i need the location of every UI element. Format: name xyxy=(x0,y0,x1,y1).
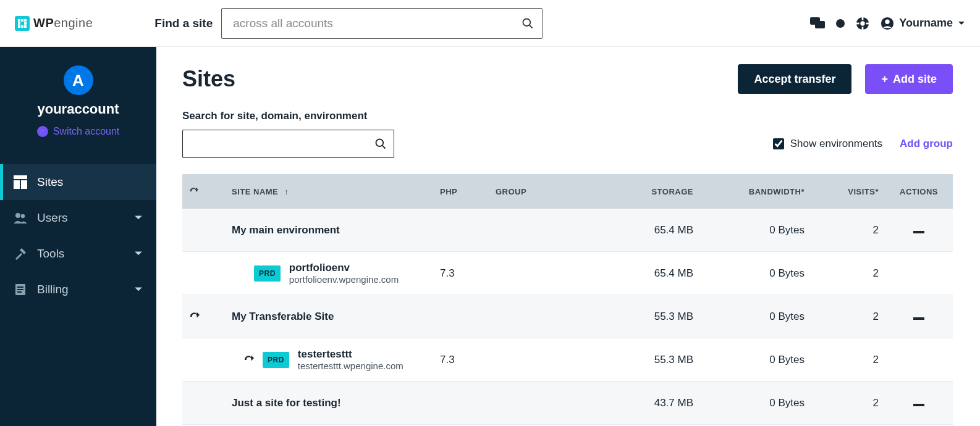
cell-actions xyxy=(885,224,953,236)
cell-php: 7.3 xyxy=(434,267,489,280)
col-php[interactable]: PHP xyxy=(434,187,489,196)
page-controls: Show environments Add group xyxy=(182,130,953,158)
username-label: Yourname xyxy=(899,17,953,30)
switch-account-link[interactable]: ⇄ Switch account xyxy=(37,126,120,137)
svg-rect-14 xyxy=(862,17,864,20)
col-site-name[interactable]: SITE NAME ↑ xyxy=(226,187,434,196)
col-group[interactable]: GROUP xyxy=(489,187,588,196)
search-icon[interactable] xyxy=(374,138,387,150)
cell-actions xyxy=(885,311,953,323)
svg-rect-17 xyxy=(866,22,870,24)
collapse-icon[interactable] xyxy=(913,404,924,406)
chevron-down-icon xyxy=(134,214,143,222)
svg-rect-26 xyxy=(17,286,23,288)
chevron-down-icon xyxy=(134,285,143,294)
brand-logo[interactable]: WPengine xyxy=(15,16,93,31)
collapse-icon[interactable] xyxy=(913,231,924,233)
env-url[interactable]: portfolioenv.wpengine.com xyxy=(289,274,399,285)
table-row[interactable]: PRDportfolioenvportfolioenv.wpengine.com… xyxy=(182,252,953,295)
find-site-label: Find a site xyxy=(154,17,213,30)
svg-rect-27 xyxy=(17,289,23,290)
collapse-icon[interactable] xyxy=(913,317,924,320)
env-badge: PRD xyxy=(254,265,281,282)
show-environments-checkbox[interactable] xyxy=(773,138,784,149)
svg-point-29 xyxy=(376,140,384,147)
cell-visits: 2 xyxy=(811,311,885,323)
svg-rect-4 xyxy=(24,22,27,25)
accept-transfer-button[interactable]: Accept transfer xyxy=(738,64,851,94)
chevron-down-icon xyxy=(958,20,965,27)
global-search-input[interactable] xyxy=(221,8,543,39)
table-row[interactable]: My Transferable Site55.3 MB0 Bytes2 xyxy=(182,295,953,338)
col-transfer[interactable] xyxy=(182,186,226,196)
topbar: WPengine Find a site Yourname xyxy=(0,0,980,47)
cell-storage: 43.7 MB xyxy=(588,397,699,409)
account-avatar[interactable]: A xyxy=(64,65,93,95)
avatar-icon xyxy=(881,17,894,30)
svg-rect-5 xyxy=(18,25,20,28)
sidebar-item-tools[interactable]: Tools xyxy=(0,236,156,272)
site-search-label: Search for site, domain, environment xyxy=(182,110,953,122)
add-group-link[interactable]: Add group xyxy=(900,138,953,150)
wpengine-icon xyxy=(15,16,30,31)
main-content: Sites Accept transfer + Add site Search … xyxy=(156,47,980,426)
col-bandwidth[interactable]: BANDWIDTH* xyxy=(699,187,811,196)
global-search xyxy=(221,8,543,39)
add-site-button[interactable]: + Add site xyxy=(865,64,953,94)
svg-rect-15 xyxy=(862,27,864,30)
transfer-icon xyxy=(188,311,219,322)
help-icon[interactable] xyxy=(856,17,869,30)
site-search-input[interactable] xyxy=(182,130,394,158)
switch-icon: ⇄ xyxy=(37,126,48,137)
svg-rect-0 xyxy=(18,19,20,22)
cell-transfer xyxy=(182,311,226,322)
sidebar-item-label: Tools xyxy=(37,247,64,261)
env-name[interactable]: portfolioenv xyxy=(289,262,399,274)
transfer-icon xyxy=(243,354,254,365)
env-url[interactable]: testertesttt.wpengine.com xyxy=(298,361,403,371)
sidebar-item-sites[interactable]: Sites xyxy=(0,164,156,200)
search-icon[interactable] xyxy=(522,17,534,30)
table-body: My main environment65.4 MB0 Bytes2PRDpor… xyxy=(182,209,953,425)
svg-rect-3 xyxy=(18,22,20,25)
cell-env: PRDportfolioenvportfolioenv.wpengine.com xyxy=(226,262,434,285)
sidebar-item-label: Billing xyxy=(37,283,69,296)
cell-storage: 55.3 MB xyxy=(588,311,699,323)
page-header: Sites Accept transfer + Add site xyxy=(182,64,953,94)
svg-rect-22 xyxy=(21,180,27,189)
svg-rect-28 xyxy=(17,291,22,293)
show-environments-toggle[interactable]: Show environments xyxy=(773,138,882,150)
table-row[interactable]: PRDtestertesttttestertesttt.wpengine.com… xyxy=(182,338,953,382)
cell-storage: 65.4 MB xyxy=(588,267,699,280)
sidebar-item-users[interactable]: Users xyxy=(0,200,156,236)
cell-site-name: My Transferable Site xyxy=(226,311,434,323)
sidebar-item-label: Users xyxy=(37,211,68,225)
svg-line-9 xyxy=(530,25,533,28)
billing-icon xyxy=(14,283,27,296)
table-row[interactable]: Just a site for testing!43.7 MB0 Bytes2 xyxy=(182,382,953,425)
cell-storage: 55.3 MB xyxy=(588,354,699,366)
env-name[interactable]: testertesttt xyxy=(298,348,403,361)
tools-icon xyxy=(14,247,27,261)
users-icon xyxy=(14,211,27,225)
chat-icon[interactable] xyxy=(810,17,825,30)
svg-point-8 xyxy=(523,19,531,26)
svg-rect-6 xyxy=(21,25,23,28)
col-storage[interactable]: STORAGE xyxy=(588,187,699,196)
svg-point-24 xyxy=(21,214,25,218)
table-header: SITE NAME ↑ PHP GROUP STORAGE BANDWIDTH*… xyxy=(182,174,953,209)
user-menu[interactable]: Yourname xyxy=(881,17,965,30)
site-name[interactable]: My main environment xyxy=(232,224,340,236)
notification-dot-icon[interactable] xyxy=(836,19,845,28)
svg-rect-2 xyxy=(24,19,27,22)
account-name: youraccount xyxy=(0,101,156,117)
site-name[interactable]: My Transferable Site xyxy=(232,311,334,322)
col-visits[interactable]: VISITS* xyxy=(811,187,885,196)
table-row[interactable]: My main environment65.4 MB0 Bytes2 xyxy=(182,209,953,252)
svg-rect-11 xyxy=(815,21,825,28)
page-title: Sites xyxy=(182,66,235,92)
site-name[interactable]: Just a site for testing! xyxy=(232,397,341,409)
cell-visits: 2 xyxy=(811,224,885,236)
sidebar-nav: Sites Users Tools Billing xyxy=(0,164,156,307)
sidebar-item-billing[interactable]: Billing xyxy=(0,272,156,307)
